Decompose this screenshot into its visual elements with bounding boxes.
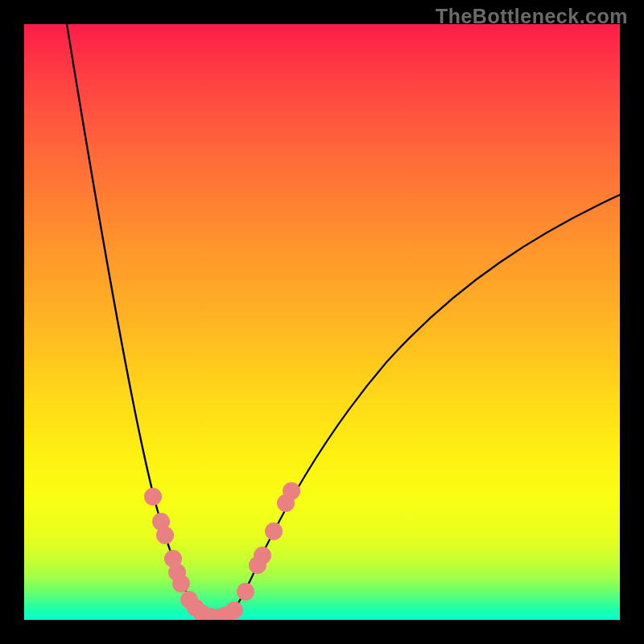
data-dot [283,482,300,500]
chart-svg [24,24,620,620]
data-dot [172,575,190,592]
data-dot [237,583,254,601]
dots-group [144,482,300,620]
data-dot [156,526,174,544]
data-dot [265,522,283,540]
curve-right-branch [220,195,620,617]
data-dot [144,488,162,506]
curve-left-branch [67,24,208,617]
data-dot [254,547,271,564]
data-dot [225,601,243,619]
chart-frame [24,24,620,620]
